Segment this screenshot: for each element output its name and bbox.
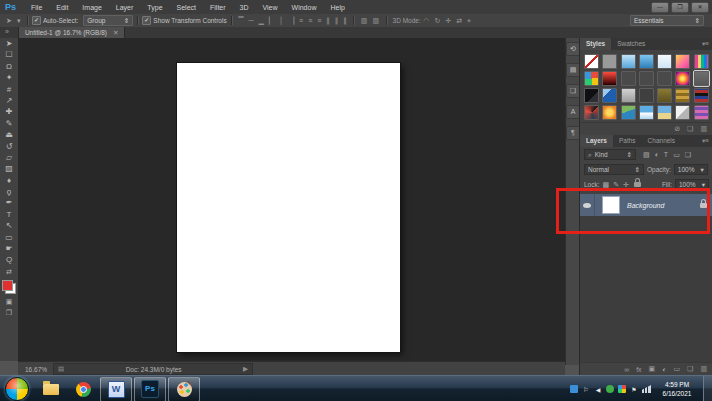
document-page[interactable] — [177, 63, 400, 352]
hand-tool[interactable]: ☛ — [1, 243, 17, 254]
tab-paths[interactable]: Paths — [613, 135, 642, 147]
filter-smart-objects-icon[interactable]: ❏ — [685, 151, 691, 159]
style-swatch-7[interactable] — [584, 71, 599, 86]
style-swatch-22[interactable] — [602, 105, 617, 120]
style-swatch-9[interactable] — [621, 71, 636, 86]
auto-align-layers-icon[interactable]: ▥ — [361, 17, 368, 24]
panel-menu-icon[interactable]: ▾≡ — [698, 135, 712, 147]
layer-group-icon[interactable]: ▭ — [673, 365, 680, 373]
brush-tool[interactable]: ✎ — [1, 118, 17, 129]
distribute-bottom-edges-icon[interactable]: ≡ — [317, 17, 321, 24]
toolbar-collapse-icon[interactable]: » — [0, 27, 14, 38]
screen-mode-icon[interactable]: ❐ — [6, 307, 12, 318]
3d-roll-icon[interactable]: ↻ — [434, 17, 440, 24]
style-swatch-26[interactable] — [675, 105, 690, 120]
healing-brush-tool[interactable]: ✚ — [1, 106, 17, 117]
new-layer-icon[interactable]: ❏ — [687, 365, 693, 373]
style-swatch-6[interactable] — [694, 54, 709, 69]
style-swatch-25[interactable] — [657, 105, 672, 120]
quick-selection-tool[interactable]: ✦ — [1, 72, 17, 83]
restore-button[interactable]: ❐ — [671, 2, 689, 13]
3d-orbit-icon[interactable]: ◠ — [423, 17, 429, 24]
dodge-tool[interactable]: ϙ — [1, 186, 17, 197]
style-swatch-5[interactable] — [675, 54, 690, 69]
style-swatch-12[interactable] — [675, 71, 690, 86]
style-swatch-23[interactable] — [621, 105, 636, 120]
history-brush-tool[interactable]: ↺ — [1, 141, 17, 152]
history-panel-icon[interactable]: ⟲ — [566, 42, 580, 56]
pen-tool[interactable]: ✒ — [1, 197, 17, 208]
style-swatch-21[interactable] — [584, 105, 599, 120]
document-tab[interactable]: Untitled-1 @ 16.7% (RGB/8) ✕ — [18, 27, 126, 38]
taskbar-chrome-button[interactable] — [68, 378, 98, 401]
clear-style-icon[interactable]: ⊘ — [674, 125, 680, 133]
style-swatch-17[interactable] — [639, 88, 654, 103]
gradient-tool[interactable]: ▨ — [1, 163, 17, 174]
start-button[interactable] — [5, 377, 29, 401]
delete-layer-icon[interactable]: ▥ — [700, 365, 707, 373]
eraser-tool[interactable]: ▱ — [1, 152, 17, 163]
paragraph-panel-icon[interactable]: ¶ — [566, 126, 580, 140]
distribute-left-edges-icon[interactable]: ∥ — [326, 17, 330, 24]
type-tool[interactable]: T — [1, 209, 17, 220]
crop-tool[interactable]: # — [1, 84, 17, 95]
style-swatch-27[interactable] — [694, 105, 709, 120]
align-horizontal-centers-icon[interactable]: │ — [279, 17, 283, 24]
style-swatch-2[interactable] — [621, 54, 636, 69]
canvas-area[interactable] — [18, 38, 565, 361]
tray-language-icon[interactable]: ⚑ — [630, 385, 638, 393]
link-layers-icon[interactable]: ∞ — [624, 366, 629, 373]
style-swatch-13[interactable] — [694, 71, 709, 86]
layer-filter-kind-dropdown[interactable]: ⌕ Kind ⇕ — [584, 149, 636, 160]
menu-type[interactable]: Type — [140, 4, 169, 11]
show-desktop-button[interactable] — [703, 376, 712, 401]
filter-shape-layers-icon[interactable]: ▭ — [673, 151, 680, 159]
close-tab-icon[interactable]: ✕ — [113, 29, 118, 37]
style-swatch-4[interactable] — [657, 54, 672, 69]
distribute-vertical-centers-icon[interactable]: ≡ — [308, 17, 312, 24]
distribute-top-edges-icon[interactable]: ≡ — [299, 17, 303, 24]
auto-blend-layers-icon[interactable]: ▥ — [372, 17, 379, 24]
3d-zoom-icon[interactable]: ⌖ — [467, 17, 471, 24]
auto-select-group-dropdown[interactable]: Group ⇕ — [83, 15, 133, 26]
zoom-level-readout[interactable]: 16.67% — [25, 366, 47, 373]
style-swatch-1[interactable] — [602, 54, 617, 69]
status-arrow-icon[interactable]: ▶ — [243, 365, 248, 373]
3d-slide-icon[interactable]: ⇄ — [456, 17, 462, 24]
menu-window[interactable]: Window — [285, 4, 324, 11]
menu-3d[interactable]: 3D — [233, 4, 256, 11]
minimize-button[interactable]: — — [651, 2, 669, 13]
style-swatch-14[interactable] — [584, 88, 599, 103]
delete-style-icon[interactable]: ▥ — [700, 125, 707, 133]
taskbar-paint-button[interactable] — [168, 377, 200, 401]
style-swatch-3[interactable] — [639, 54, 654, 69]
tab-channels[interactable]: Channels — [642, 135, 681, 147]
properties-panel-icon[interactable]: ▤ — [566, 63, 580, 77]
style-swatch-24[interactable] — [639, 105, 654, 120]
menu-edit[interactable]: Edit — [49, 4, 75, 11]
shape-tool[interactable]: ▭ — [1, 232, 17, 243]
doc-size-field[interactable]: ▤ Doc: 24.3M/0 bytes ▶ — [53, 363, 253, 375]
swap-colors-icon[interactable]: ⇄ — [6, 266, 12, 277]
taskbar-clock[interactable]: 4:59 PM 6/16/2021 — [655, 380, 699, 399]
close-button[interactable]: ✕ — [691, 2, 709, 13]
color-chips[interactable] — [2, 280, 16, 294]
blur-tool[interactable]: ♦ — [1, 175, 17, 186]
distribute-right-edges-icon[interactable]: ∥ — [343, 17, 347, 24]
distribute-horizontal-centers-icon[interactable]: ∥ — [335, 17, 339, 24]
lasso-tool[interactable]: Ω — [1, 61, 17, 72]
3d-pan-icon[interactable]: ✛ — [445, 17, 451, 24]
style-swatch-20[interactable] — [694, 88, 709, 103]
menu-view[interactable]: View — [256, 4, 285, 11]
workspace-switcher[interactable]: Essentials ⇕ — [630, 15, 704, 26]
zoom-tool[interactable]: Q — [1, 254, 17, 265]
align-bottom-edges-icon[interactable]: ▁ — [259, 17, 264, 24]
menu-filter[interactable]: Filter — [203, 4, 233, 11]
add-layer-mask-icon[interactable]: ▣ — [649, 365, 656, 373]
style-swatch-11[interactable] — [657, 71, 672, 86]
marquee-tool[interactable]: ☐ — [1, 49, 17, 60]
quick-mask-icon[interactable]: ▣ — [6, 296, 13, 307]
filter-pixel-layers-icon[interactable]: ▨ — [643, 151, 650, 159]
taskbar-word-button[interactable]: W — [100, 377, 132, 401]
character-panel-icon[interactable]: A — [566, 105, 580, 119]
